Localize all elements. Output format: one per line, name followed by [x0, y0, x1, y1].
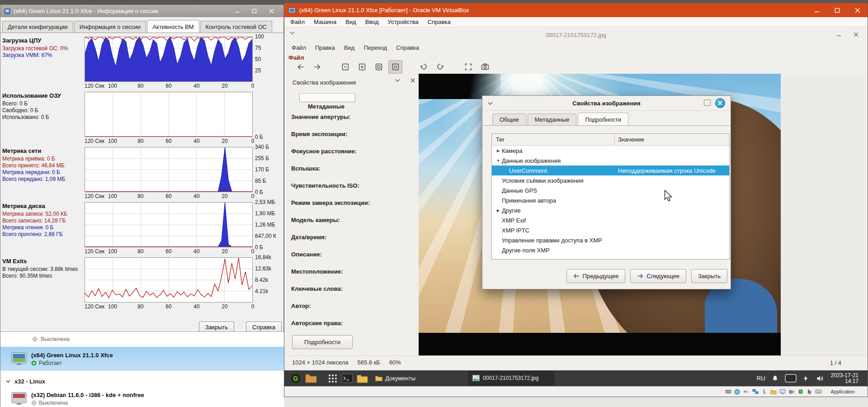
- property-row[interactable]: XMP IPTC: [492, 225, 729, 235]
- workspace-switcher-icon[interactable]: [785, 374, 797, 383]
- dialog-maximize-icon[interactable]: [704, 99, 711, 106]
- documents-window-button[interactable]: Документы: [373, 372, 417, 385]
- property-row[interactable]: UserComment Неподдерживаемая строка Unic…: [492, 166, 729, 175]
- table-header[interactable]: Тег Значение: [492, 134, 729, 146]
- property-row[interactable]: XMP Exif: [492, 215, 729, 225]
- viewer-close-icon[interactable]: [850, 29, 861, 40]
- vm-group-header[interactable]: x32 - Linux: [0, 376, 284, 387]
- details-button[interactable]: Подробности: [292, 335, 353, 349]
- expander-icon[interactable]: ▶: [495, 149, 502, 153]
- terminal-launcher-button[interactable]: [340, 372, 355, 385]
- property-row[interactable]: Другие поля XMP: [492, 245, 729, 255]
- notifications-icon[interactable]: [771, 374, 779, 383]
- viewer-titlebar[interactable]: 00017-2101753172.jpg: [284, 27, 868, 43]
- viewer-minimize-icon[interactable]: [833, 29, 844, 40]
- files-launcher-button[interactable]: [303, 372, 319, 385]
- fullscreen-button[interactable]: [461, 60, 475, 74]
- viewer-menu-item[interactable]: Вид: [340, 43, 359, 52]
- close-icon[interactable]: [847, 4, 868, 17]
- viewer-menu-item[interactable]: Правка: [311, 43, 340, 52]
- viewer-menu-item[interactable]: Файл: [287, 43, 311, 52]
- menubar-item[interactable]: Вид: [341, 18, 361, 26]
- session-tab[interactable]: Информация о сессии: [74, 21, 146, 33]
- audio-status-icon[interactable]: [743, 389, 750, 395]
- session-tab[interactable]: Активность ВМ: [147, 20, 199, 33]
- property-row[interactable]: ▶ Другие: [492, 205, 729, 215]
- expander-icon[interactable]: ▼: [495, 159, 502, 163]
- viewer-menu-item[interactable]: Переход: [359, 43, 392, 52]
- y-tick-label: 0 Б: [255, 134, 263, 140]
- keyboard-status-icon[interactable]: [815, 389, 822, 395]
- session-tab[interactable]: Детали конфигурации: [2, 21, 73, 33]
- previous-button[interactable]: Предыдущее: [566, 269, 626, 283]
- screenshot-button[interactable]: [478, 60, 492, 74]
- recording-status-icon[interactable]: [788, 389, 795, 395]
- forward-button[interactable]: [310, 60, 324, 74]
- property-row[interactable]: Управление правами доступа в XMP: [492, 235, 729, 245]
- sidebar-collapse-icon[interactable]: [393, 76, 402, 85]
- hdd-status-icon[interactable]: [725, 389, 731, 395]
- rotate-left-button[interactable]: [416, 60, 430, 74]
- maximize-icon[interactable]: [245, 6, 263, 17]
- network-status-icon[interactable]: [752, 389, 759, 395]
- vm-list-item-partial[interactable]: Выключена: [0, 334, 284, 344]
- dialog-tab[interactable]: Общие: [492, 114, 526, 125]
- property-row[interactable]: ▶ Камера: [492, 146, 729, 156]
- optical-disk-status-icon[interactable]: [734, 389, 741, 395]
- property-row[interactable]: Данные GPS: [492, 185, 729, 195]
- y-tick-label: 170 Б: [255, 166, 269, 173]
- image-task-button[interactable]: 00017-2101753172.jpg: [468, 371, 554, 385]
- property-row[interactable]: ▼ Данные изображения: [492, 156, 729, 166]
- dialog-tab[interactable]: Подробности: [578, 113, 628, 125]
- menubar-item[interactable]: Машина: [309, 18, 341, 26]
- vm-list-item-selected[interactable]: (x64) Green Linux 21.1.0 Xfce Работает: [0, 347, 284, 371]
- shared-folders-status-icon[interactable]: [770, 389, 777, 395]
- property-row[interactable]: Условия съёмки изображения: [492, 175, 729, 185]
- zoom-fit-button[interactable]: [372, 60, 386, 74]
- dialog-tab[interactable]: Метаданные: [528, 114, 577, 125]
- dialog-close-button[interactable]: Закрыть: [691, 269, 727, 283]
- display-status-icon[interactable]: [779, 389, 786, 395]
- zoom-out-button[interactable]: [338, 60, 352, 74]
- zoom-original-button[interactable]: [388, 60, 402, 74]
- features-status-icon[interactable]: [797, 389, 804, 395]
- chevron-down-icon[interactable]: [290, 31, 295, 35]
- value-column-header[interactable]: Значение: [615, 136, 729, 143]
- rotate-right-button[interactable]: [433, 60, 447, 74]
- mouse-integration-status-icon[interactable]: [806, 389, 813, 395]
- usb-status-icon[interactable]: [761, 389, 768, 395]
- session-window-titlebar[interactable]: (x64) Green Linux 21.1.0 Xfce - Информац…: [0, 5, 283, 17]
- dialog-tabs: ОбщиеМетаданныеПодробности: [482, 111, 731, 126]
- session-tab[interactable]: Контроль гостевой ОС: [200, 21, 273, 33]
- applications-menu-button[interactable]: G: [288, 372, 303, 385]
- power-manager-icon[interactable]: [802, 374, 809, 383]
- dialog-close-icon[interactable]: [715, 98, 725, 108]
- expander-icon[interactable]: ▶: [495, 208, 502, 213]
- viewer-menu-item[interactable]: Справка: [392, 43, 424, 52]
- menubar-item[interactable]: Файл: [286, 18, 309, 26]
- zoom-in-button[interactable]: [355, 60, 369, 74]
- vm-window-titlebar[interactable]: (x64) Green Linux 21.1.0 Xfce [Работает]…: [284, 3, 868, 17]
- keyboard-layout-indicator[interactable]: RU: [757, 375, 765, 382]
- menubar-item[interactable]: Справка: [423, 18, 455, 26]
- dialog-titlebar[interactable]: Свойства изображения: [482, 96, 731, 111]
- property-row[interactable]: Примечания автора: [492, 195, 729, 205]
- app-grid-button[interactable]: [326, 372, 340, 385]
- metadata-combobox-partial[interactable]: [299, 93, 355, 102]
- chevron-down-icon[interactable]: [488, 102, 493, 105]
- back-button[interactable]: [293, 60, 307, 74]
- maximize-icon[interactable]: [827, 4, 847, 17]
- vm-list-item[interactable]: (x32) Debian 11.6.0 - i386 - kde + nonfr…: [0, 389, 284, 407]
- tag-column-header[interactable]: Тег: [492, 134, 615, 145]
- file-manager-launcher-button[interactable]: [355, 372, 370, 385]
- close-icon[interactable]: [263, 6, 280, 17]
- metadata-field-label: Вспышка:: [291, 166, 370, 172]
- menubar-item[interactable]: Ввод: [361, 18, 383, 26]
- volume-icon[interactable]: [815, 374, 825, 383]
- minimize-icon[interactable]: [228, 6, 245, 17]
- next-button[interactable]: Следующее: [630, 269, 686, 283]
- sidebar-close-icon[interactable]: [408, 76, 417, 85]
- menubar-item[interactable]: Устройства: [383, 18, 423, 26]
- clock-widget[interactable]: 2023-17-21 14:17: [831, 373, 859, 384]
- minimize-icon[interactable]: [807, 4, 827, 17]
